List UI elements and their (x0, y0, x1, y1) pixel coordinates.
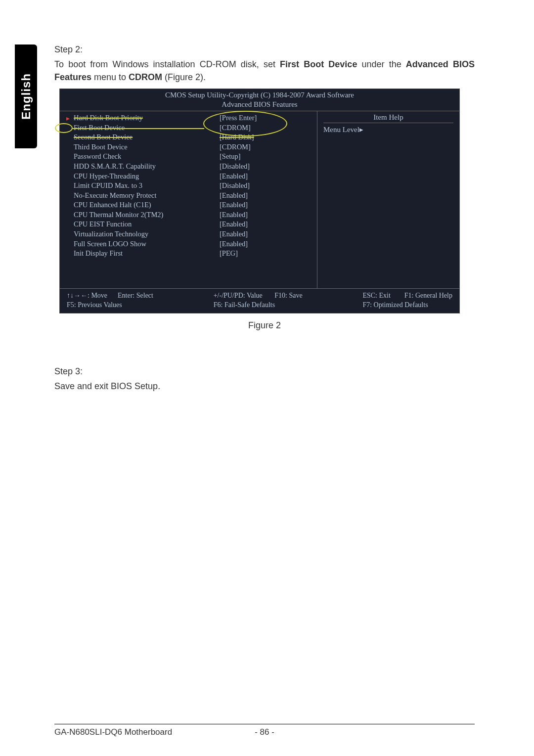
bios-row: Init Display First[PEG] (74, 249, 317, 259)
bios-row: No-Execute Memory Protect[Enabled] (74, 191, 317, 201)
bios-menu-level-text: Menu Level (323, 126, 359, 133)
bios-value: [Disabled] (220, 181, 317, 191)
bios-label: HDD S.M.A.R.T. Capability (74, 162, 220, 172)
bios-row: CPU EIST Function[Enabled] (74, 220, 317, 229)
bios-footer-col3: ESC: Exit F1: General Help F7: Optimized… (362, 291, 452, 310)
bios-footer-col2: +/-/PU/PD: Value F10: Save F6: Fail-Safe… (214, 291, 303, 310)
footer-left: GA-N680SLI-DQ6 Motherboard (54, 727, 172, 737)
bios-value: [Disabled] (220, 162, 317, 172)
step2-under: under the (357, 59, 405, 69)
step3-heading: Step 3: (54, 366, 475, 377)
step2-text: To boot from Windows installation CD-ROM… (54, 58, 475, 84)
annotation-line (73, 128, 204, 129)
bios-row: CPU Enhanced Halt (C1E)[Enabled] (74, 200, 317, 210)
bios-label: CPU Thermal Monitor 2(TM2) (74, 210, 220, 220)
bios-label: CPU EIST Function (74, 220, 220, 229)
step2-text-frag: To boot from Windows installation CD-ROM… (54, 59, 280, 69)
bios-row: Full Screen LOGO Show[Enabled] (74, 239, 317, 249)
bios-footer-col1: ↑↓→←: Move Enter: Select F5: Previous Va… (67, 291, 153, 310)
bios-left-panel: ▸ Hard Disk Boot Priority[Press Enter] F… (60, 111, 317, 288)
annotation-ellipse-left (55, 123, 73, 133)
bios-row: Second Boot Device[Hard Disk] (74, 133, 317, 142)
figure-caption: Figure 2 (54, 320, 475, 331)
bios-label: Second Boot Device (74, 133, 220, 142)
page-footer: GA-N680SLI-DQ6 Motherboard - 86 - (54, 724, 475, 737)
bios-menu-level: Menu Level▸ (323, 125, 453, 134)
step3-text: Save and exit BIOS Setup. (54, 380, 475, 393)
bios-value: [Enabled] (220, 239, 317, 249)
bios-row: Limit CPUID Max. to 3[Disabled] (74, 181, 317, 191)
bios-row: Virtualization Technology[Enabled] (74, 229, 317, 239)
bios-label: Virtualization Technology (74, 229, 220, 239)
bios-main: ▸ Hard Disk Boot Priority[Press Enter] F… (60, 111, 459, 288)
bios-label: Limit CPUID Max. to 3 (74, 181, 220, 191)
bios-value: [Enabled] (220, 210, 317, 220)
bios-footer-c1l2: F5: Previous Values (67, 301, 122, 309)
bios-screenshot: CMOS Setup Utility-Copyright (C) 1984-20… (59, 89, 460, 313)
bios-value: [CDROM] (220, 142, 317, 152)
bios-header-line2: Advanced BIOS Features (60, 100, 459, 111)
bios-label: Third Boot Device (74, 142, 220, 152)
bios-right-panel: Item Help Menu Level▸ (317, 111, 459, 288)
bios-value: [Setup] (220, 152, 317, 162)
bios-row: CPU Thermal Monitor 2(TM2)[Enabled] (74, 210, 317, 220)
bios-label: CPU Enhanced Halt (C1E) (74, 200, 220, 210)
bios-footer: ↑↓→←: Move Enter: Select F5: Previous Va… (60, 289, 459, 313)
bios-help-title: Item Help (323, 113, 453, 123)
bios-pointer-icon: ▸ (66, 114, 70, 123)
bios-value: [Enabled] (220, 229, 317, 239)
bios-label: Password Check (74, 152, 220, 162)
bios-footer-c2l2: F6: Fail-Safe Defaults (214, 301, 275, 309)
bios-row: HDD S.M.A.R.T. Capability[Disabled] (74, 162, 317, 172)
bios-header-line1: CMOS Setup Utility-Copyright (C) 1984-20… (60, 89, 459, 100)
bios-row: CPU Hyper-Threading[Enabled] (74, 172, 317, 181)
bios-footer-c2l1: +/-/PU/PD: Value F10: Save (214, 292, 303, 299)
page-content: Step 2: To boot from Windows installatio… (54, 44, 475, 398)
bios-value: [Enabled] (220, 200, 317, 210)
step2-menuto: menu to (91, 72, 129, 82)
language-label: English (19, 73, 33, 120)
bios-footer-c3l2: F7: Optimized Defaults (362, 301, 428, 309)
step2-fbd: First Boot Device (280, 59, 357, 69)
bios-label: CPU Hyper-Threading (74, 172, 220, 181)
language-tab: English (15, 44, 37, 148)
bios-value: [PEG] (220, 249, 317, 259)
bios-footer-c1l1: ↑↓→←: Move Enter: Select (67, 292, 153, 299)
bios-value: [Enabled] (220, 220, 317, 229)
bios-label: No-Execute Memory Protect (74, 191, 220, 201)
bios-value: [Enabled] (220, 172, 317, 181)
annotation-ellipse-right (203, 111, 287, 136)
step3-block: Step 3: Save and exit BIOS Setup. (54, 366, 475, 393)
bios-value: [Enabled] (220, 191, 317, 201)
bios-label: Full Screen LOGO Show (74, 239, 220, 249)
bios-footer-c3l1: ESC: Exit F1: General Help (362, 292, 452, 299)
footer-page-number: - 86 - (255, 727, 274, 737)
step2-cdrom: CDROM (129, 72, 162, 82)
step2-heading: Step 2: (54, 44, 475, 55)
bios-label: Hard Disk Boot Priority (74, 113, 220, 123)
triangle-right-icon: ▸ (359, 126, 363, 133)
bios-row: Third Boot Device[CDROM] (74, 142, 317, 152)
step2-figref: (Figure 2). (162, 72, 206, 82)
bios-row: Password Check[Setup] (74, 152, 317, 162)
bios-label: Init Display First (74, 249, 220, 259)
